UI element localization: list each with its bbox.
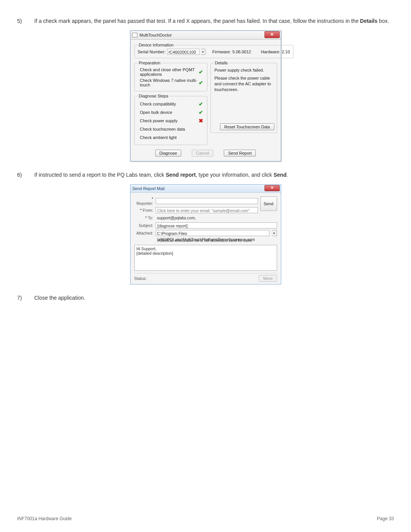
step-text: If instructed to send a report to the PQ… <box>34 171 394 179</box>
step-number: 5) <box>17 17 34 25</box>
send-report-mail-window: Send Report Mail ✕ Reporter: From: Click… <box>130 184 281 284</box>
titlebar[interactable]: Send Report Mail ✕ <box>131 185 281 193</box>
step-text: If a check mark appears, the panel has p… <box>34 17 394 25</box>
close-button[interactable]: ✕ <box>264 185 280 191</box>
serial-number-label: Serial Number: <box>138 50 166 54</box>
subject-input[interactable]: [diagnose report]: <box>156 222 277 228</box>
reset-touchscreen-data-button[interactable]: Reset Touchscreen Data <box>220 123 274 130</box>
step-number: 7) <box>17 294 34 302</box>
diagnose-button[interactable]: Diagnose <box>155 150 181 157</box>
window-title: MultiTouchDoctor <box>140 33 172 37</box>
details-line: Power supply check failed. <box>215 67 273 73</box>
prep-item: Check Windows 7 native multi-touch ✔ <box>138 77 204 88</box>
step-text: Close the application. <box>34 294 394 302</box>
more-button[interactable]: More <box>259 275 277 282</box>
page-footer: INF7001a Hardware Guide Page 33 <box>17 516 394 521</box>
attention-note: Attention: executable file is not allowe… <box>134 238 277 245</box>
multitouchdoctor-window: MultiTouchDoctor ✕ Device Information Se… <box>130 30 281 161</box>
device-information-legend: Device Information <box>138 43 175 47</box>
checkmark-icon: ✔ <box>199 80 203 86</box>
prep-item: Check and close other PQMT applications … <box>138 67 204 77</box>
to-value: support@pqlabs.com, <box>156 215 277 221</box>
preparation-group: Preparation Check and close other PQMT a… <box>134 61 207 91</box>
diag-item: Check power supply ✖ <box>138 117 204 125</box>
diag-item: Check compatibility ✔ <box>138 100 204 108</box>
send-button[interactable]: Send <box>260 197 277 211</box>
attached-dropdown-icon[interactable]: ▾ <box>272 230 277 236</box>
cancel-button[interactable]: Cancel <box>192 150 213 157</box>
device-information-group: Device Information Serial Number: IC4602… <box>134 43 293 58</box>
step-number: 6) <box>17 171 34 179</box>
serial-number-select[interactable]: IC4602001100 <box>167 49 199 55</box>
diagnose-steps-legend: Diagnose Steps <box>138 94 170 98</box>
firmware-label: Firmware: <box>212 50 231 54</box>
reporter-input[interactable] <box>156 198 258 204</box>
instruction-step-7: 7) Close the application. <box>17 294 394 302</box>
checkmark-icon: ✔ <box>199 69 203 75</box>
from-label: From: <box>134 208 153 212</box>
titlebar[interactable]: MultiTouchDoctor ✕ <box>131 31 281 40</box>
preparation-legend: Preparation <box>138 61 162 65</box>
message-body-textarea[interactable]: Hi Support, [detailed description] <box>134 245 277 271</box>
send-report-button[interactable]: Send Report <box>224 150 256 157</box>
reporter-label: Reporter: <box>134 197 153 206</box>
details-line: Please check the power cable and connect… <box>215 75 273 93</box>
attached-select[interactable]: C:\Program Files (x86)\PQLabs\MultiTouch… <box>156 230 269 236</box>
status-label: Status: <box>134 276 147 281</box>
diag-item: Open bulk device ✔ <box>138 108 204 117</box>
attached-label: Attached: <box>134 231 153 235</box>
footer-right: Page 33 <box>377 516 394 521</box>
x-icon: ✖ <box>199 118 203 124</box>
footer-left: INF7001a Hardware Guide <box>17 516 72 521</box>
details-legend: Details <box>214 61 229 65</box>
window-title: Send Report Mail <box>132 186 165 191</box>
details-group: Details Power supply check failed. Pleas… <box>210 61 277 133</box>
to-label: To: <box>134 216 153 220</box>
instruction-step-6: 6) If instructed to send a report to the… <box>17 171 394 179</box>
hardware-label: Hardware: <box>261 50 280 54</box>
from-input[interactable]: Click here to enter your email: "sample@… <box>156 207 258 213</box>
hardware-value: 2.10 <box>282 50 290 54</box>
close-button[interactable]: ✕ <box>264 31 280 38</box>
instruction-step-5: 5) If a check mark appears, the panel ha… <box>17 17 394 25</box>
subject-label: Subject: <box>134 223 153 228</box>
firmware-value: 5.06.0012 <box>233 50 251 54</box>
serial-dropdown-icon[interactable]: ▾ <box>201 49 206 55</box>
checkmark-icon: ✔ <box>199 109 203 115</box>
diagnose-steps-group: Diagnose Steps Check compatibility ✔ Ope… <box>134 94 207 145</box>
app-icon <box>132 33 137 37</box>
diag-item: Check touchscreen data <box>138 125 204 133</box>
diag-item: Check ambient light <box>138 133 204 142</box>
checkmark-icon: ✔ <box>199 101 203 107</box>
